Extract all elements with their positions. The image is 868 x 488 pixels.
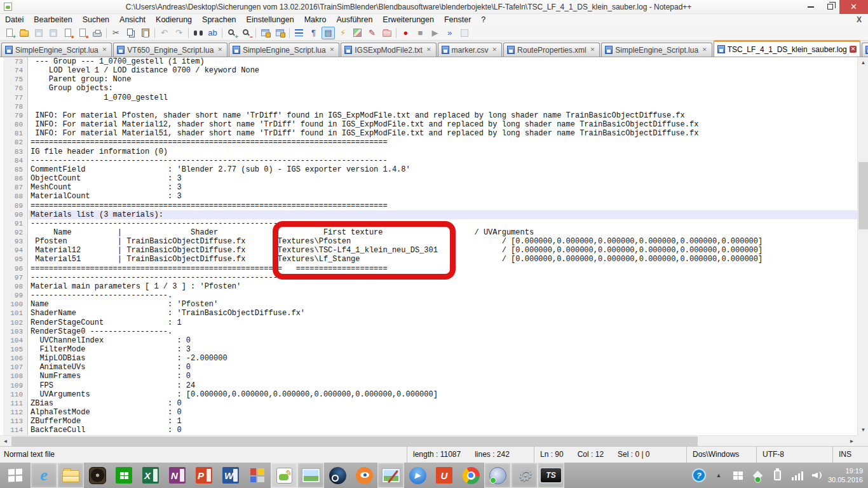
- menu-datei[interactable]: Datei: [0, 15, 29, 24]
- taskbar-item-audio-player[interactable]: [84, 463, 111, 488]
- tray-help[interactable]: ?: [692, 468, 706, 483]
- taskbar-item-collage-app[interactable]: [244, 463, 271, 488]
- taskbar-item-steam[interactable]: [324, 463, 351, 488]
- menu-ausf-hren[interactable]: Ausführen: [331, 15, 377, 24]
- close-button[interactable]: ✕: [839, 0, 868, 14]
- menu-bearbeiten[interactable]: Bearbeiten: [29, 15, 77, 24]
- tray-volume[interactable]: [810, 468, 824, 483]
- tab-close-icon[interactable]: ✕: [425, 46, 433, 53]
- save-all-button[interactable]: [46, 27, 60, 39]
- taskbar-item-start[interactable]: [0, 463, 31, 488]
- cut-button[interactable]: ✂: [109, 27, 123, 39]
- tab-close-icon[interactable]: ✕: [491, 46, 499, 53]
- taskbar-item-red-utility[interactable]: U: [431, 463, 458, 488]
- document-map-button[interactable]: [351, 27, 364, 39]
- taskbar-item-train-simulator[interactable]: TS: [538, 463, 564, 488]
- word-wrap-button[interactable]: [292, 27, 306, 39]
- menu-kodierung[interactable]: Kodierung: [151, 15, 197, 24]
- tray-defender[interactable]: [731, 468, 745, 483]
- menu-suchen[interactable]: Suchen: [78, 15, 114, 24]
- close-all-documents-button[interactable]: ●: [76, 27, 89, 39]
- tray-status[interactable]: [751, 468, 765, 483]
- status-insert-mode[interactable]: INS: [832, 447, 868, 463]
- paste-button[interactable]: [139, 27, 152, 39]
- menubar-close-doc-icon[interactable]: X: [857, 15, 862, 24]
- tab-close-icon[interactable]: ✕: [101, 46, 109, 53]
- show-indent-guide-button[interactable]: ▤: [322, 27, 335, 39]
- tab-close-icon[interactable]: ✕: [589, 46, 597, 53]
- taskbar-item-chrome[interactable]: [458, 463, 484, 488]
- macro-stop-button[interactable]: ■: [414, 27, 427, 39]
- tray-power[interactable]: [771, 468, 785, 483]
- zoom-out-button[interactable]: −: [240, 27, 253, 39]
- taskbar-item-blender[interactable]: [351, 463, 377, 488]
- open-file-button[interactable]: [17, 27, 31, 39]
- sync-scroll-vertical-button[interactable]: [259, 27, 272, 39]
- tab-igsexpmodfile2-txt[interactable]: IGSExpModFile2.txt✕: [341, 43, 436, 57]
- taskbar-item-onenote[interactable]: N: [164, 463, 191, 488]
- sync-scroll-horizontal-button[interactable]: [273, 27, 287, 39]
- tray-network[interactable]: [790, 468, 804, 483]
- show-all-characters-button[interactable]: ¶: [307, 27, 320, 39]
- menu-makro[interactable]: Makro: [299, 15, 332, 24]
- taskbar-item-windows-store[interactable]: [111, 463, 137, 488]
- taskbar-item-file-explorer[interactable]: [57, 463, 84, 488]
- menu-einstellungen[interactable]: Einstellungen: [241, 15, 299, 24]
- taskbar-item-media-player[interactable]: ▶: [404, 463, 431, 488]
- horizontal-scroll-thumb[interactable]: [11, 437, 698, 446]
- scroll-up-icon[interactable]: ▲: [858, 57, 868, 68]
- folder-as-workspace-button[interactable]: [380, 27, 393, 39]
- scroll-down-icon[interactable]: ▼: [858, 424, 868, 435]
- taskbar-item-powerpoint[interactable]: P: [191, 463, 217, 488]
- taskbar-item-settings-gear[interactable]: ⚙: [511, 463, 538, 488]
- tab-vt650-engine-script-lua[interactable]: VT650_Engine_Script.lua✕: [113, 43, 227, 57]
- replace-button[interactable]: ab: [206, 27, 219, 39]
- menu-sprachen[interactable]: Sprachen: [197, 15, 241, 24]
- restore-button[interactable]: [820, 0, 839, 14]
- vertical-scroll-thumb[interactable]: [858, 162, 868, 229]
- close-document-button[interactable]: ●: [61, 27, 74, 39]
- taskbar-clock[interactable]: 19:19 30.05.2016: [828, 466, 868, 484]
- tab-routeproperties-xml[interactable]: RouteProperties.xml✕: [503, 43, 600, 57]
- new-file-button[interactable]: +: [3, 27, 16, 39]
- tab-simpleengine-script-lua[interactable]: SimpleEngine_Script.lua✕: [229, 43, 339, 57]
- taskbar-item-image-viewer[interactable]: [297, 463, 324, 488]
- find-button[interactable]: [191, 27, 205, 39]
- function-list-button[interactable]: ✎: [365, 27, 379, 39]
- menu-help[interactable]: ?: [476, 15, 491, 24]
- taskbar-item-teamspeak[interactable]: [484, 463, 511, 488]
- copy-button[interactable]: [124, 27, 137, 39]
- status-encoding[interactable]: UTF-8: [756, 447, 832, 463]
- tab-igsexpmodfile2-txt[interactable]: IGSExpModFile2.txt✕: [862, 43, 868, 57]
- save-file-button[interactable]: [32, 27, 45, 39]
- print-button[interactable]: [90, 27, 104, 39]
- menu-fenster[interactable]: Fenster: [439, 15, 476, 24]
- taskbar-item-photo-editor[interactable]: [377, 463, 404, 488]
- horizontal-scrollbar[interactable]: ◄ ►: [0, 435, 857, 446]
- minimize-button[interactable]: [801, 0, 820, 14]
- status-eol-format[interactable]: Dos\Windows: [686, 447, 756, 463]
- menu-erweiterungen[interactable]: Erweiterungen: [377, 15, 439, 24]
- tab-close-icon[interactable]: ✕: [216, 46, 224, 53]
- taskbar-item-excel[interactable]: X: [137, 463, 164, 488]
- taskbar-item-notepad-plus-plus[interactable]: [271, 463, 297, 488]
- line-number-gutter[interactable]: 7374757677787980818283848586878889909192…: [0, 57, 28, 435]
- editor-text-area[interactable]: --- Group --- 1_0700_gestell (1 item) LO…: [29, 57, 857, 435]
- tab-close-icon[interactable]: ✕: [701, 46, 709, 53]
- undo-button[interactable]: ↶: [158, 27, 171, 39]
- tray-show-hidden[interactable]: ▲: [712, 468, 726, 483]
- menu-ansicht[interactable]: Ansicht: [114, 15, 151, 24]
- tab-marker-csv[interactable]: marker.csv✕: [438, 43, 503, 57]
- redo-button[interactable]: ↷: [172, 27, 186, 39]
- macro-save-button[interactable]: [458, 27, 471, 39]
- tab-close-icon[interactable]: ✕: [850, 46, 857, 53]
- taskbar-item-word[interactable]: W: [217, 463, 244, 488]
- vertical-scrollbar[interactable]: ▲ ▼: [857, 57, 868, 435]
- tab-tsc-lf-4-1-ds-klein-sauber-log[interactable]: TSC_LF_4_1_DS_klein_sauber.log✕: [714, 40, 861, 57]
- zoom-in-button[interactable]: +: [225, 27, 238, 39]
- macro-record-button[interactable]: ●: [399, 27, 412, 39]
- tab-close-icon[interactable]: ✕: [329, 46, 336, 53]
- macro-run-multiple-button[interactable]: »: [443, 27, 456, 39]
- tab-simpleengine-script-lua[interactable]: SimpleEngine_Script.lua✕: [1, 43, 112, 57]
- taskbar-item-internet-explorer[interactable]: e: [31, 463, 57, 488]
